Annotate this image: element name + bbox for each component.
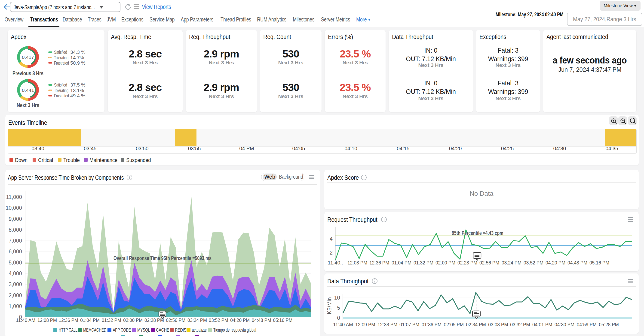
svg-text:7,000: 7,000 <box>8 238 22 244</box>
svg-text:02:00 PM: 02:00 PM <box>123 317 142 323</box>
svg-text:03:52 PM: 03:52 PM <box>209 317 228 323</box>
svg-text:10,000: 10,000 <box>6 205 22 211</box>
svg-text:5: 5 <box>337 305 340 311</box>
svg-text:02:05 PM: 02:05 PM <box>444 322 464 328</box>
svg-text:11,000: 11,000 <box>6 194 22 200</box>
svg-text:Satisfied: Satisfied <box>54 49 67 55</box>
svg-text:04:20 PM: 04:20 PM <box>546 260 566 266</box>
svg-text:12:08 PM: 12:08 PM <box>348 260 367 266</box>
svg-text:04:30 PM: 04:30 PM <box>554 322 574 328</box>
svg-text:12:08 PM: 12:08 PM <box>38 317 57 323</box>
svg-text:12:38 PM: 12:38 PM <box>378 322 397 328</box>
svg-text:0: 0 <box>337 315 340 321</box>
svg-text:03:03 PM: 03:03 PM <box>488 322 508 328</box>
svg-text:02:34 PM: 02:34 PM <box>466 322 486 328</box>
svg-text:05:16 PM: 05:16 PM <box>590 260 609 266</box>
svg-text:Satisfied: Satisfied <box>54 82 67 87</box>
svg-text:05:28 PM: 05:28 PM <box>599 322 619 328</box>
svg-text:Next 3 Hrs: Next 3 Hrs <box>17 102 39 108</box>
svg-text:03:24 PM: 03:24 PM <box>502 260 522 266</box>
svg-text:37.5 %: 37.5 % <box>70 82 85 87</box>
svg-text:04:59 PM: 04:59 PM <box>577 322 596 328</box>
svg-text:11:40 AM: 11:40 AM <box>16 317 35 323</box>
svg-text:04:01 PM: 04:01 PM <box>532 322 552 328</box>
svg-text:02:28 PM: 02:28 PM <box>458 260 477 266</box>
svg-text:Overall Response Time 95th Per: Overall Response Time 95th Percentile =5… <box>114 255 212 261</box>
svg-text:Tiempo de respuesta global: Tiempo de respuesta global <box>213 327 256 333</box>
svg-text:HTTP CALL: HTTP CALL <box>59 327 78 333</box>
svg-text:9,000: 9,000 <box>8 216 22 222</box>
svg-text:6,000: 6,000 <box>8 249 22 255</box>
svg-text:01:32 PM: 01:32 PM <box>414 260 434 266</box>
svg-text:MYSQL: MYSQL <box>137 327 150 333</box>
svg-text:05:16 PM: 05:16 PM <box>273 317 292 323</box>
svg-text:12:36 PM: 12:36 PM <box>370 260 389 266</box>
svg-text:03:24 PM: 03:24 PM <box>188 317 207 323</box>
svg-text:95th Percentile =4.43 cpm: 95th Percentile =4.43 cpm <box>452 230 504 236</box>
svg-text:02:00 PM: 02:00 PM <box>436 260 456 266</box>
svg-text:3,000: 3,000 <box>8 281 22 287</box>
svg-text:0.441: 0.441 <box>22 87 34 93</box>
svg-text:03:52 PM: 03:52 PM <box>524 260 544 266</box>
svg-text:8,000: 8,000 <box>8 227 22 233</box>
svg-text:01:04 PM: 01:04 PM <box>392 260 412 266</box>
svg-text:Frustrated: Frustrated <box>54 93 69 98</box>
svg-text:Tolerating: Tolerating <box>54 88 68 93</box>
svg-text:Tolerating: Tolerating <box>54 55 68 60</box>
svg-text:01:04 PM: 01:04 PM <box>80 317 100 323</box>
svg-text:REDIS: REDIS <box>175 327 186 333</box>
svg-text:34.3 %: 34.3 % <box>70 49 85 55</box>
svg-text:04:48 PM: 04:48 PM <box>568 260 587 266</box>
svg-text:4,000: 4,000 <box>8 270 22 276</box>
svg-text:4: 4 <box>330 236 333 242</box>
svg-text:01:36 PM: 01:36 PM <box>422 322 442 328</box>
svg-text:02:56 PM: 02:56 PM <box>480 260 499 266</box>
svg-text:0.417: 0.417 <box>22 54 34 60</box>
svg-text:49.4 %: 49.4 % <box>70 93 85 98</box>
svg-text:Previous 3 Hrs: Previous 3 Hrs <box>12 70 44 76</box>
svg-text:12:09 PM: 12:09 PM <box>355 322 375 328</box>
svg-text:13.1%: 13.1% <box>70 88 84 93</box>
svg-text:2,000: 2,000 <box>8 292 22 298</box>
svg-text:APP CODE: APP CODE <box>113 327 131 333</box>
svg-text:Frustrated: Frustrated <box>54 60 69 66</box>
svg-text:14.7%: 14.7% <box>70 55 84 60</box>
svg-text:1,000: 1,000 <box>8 303 22 309</box>
svg-text:02:56 PM: 02:56 PM <box>166 317 186 323</box>
svg-text:KB/Min: KB/Min <box>326 297 332 314</box>
svg-text:10: 10 <box>334 295 340 301</box>
svg-text:50.9 %: 50.9 % <box>70 60 85 66</box>
svg-text:11:40..: 11:40.. <box>328 260 343 266</box>
svg-text:01:07 PM: 01:07 PM <box>400 322 419 328</box>
svg-text:actualizar: actualizar <box>192 327 207 333</box>
svg-text:01:32 PM: 01:32 PM <box>102 317 121 323</box>
svg-text:02:28 PM: 02:28 PM <box>144 317 164 323</box>
svg-text:MEMCACHED: MEMCACHED <box>83 327 106 333</box>
svg-text:12:36 PM: 12:36 PM <box>59 317 78 323</box>
svg-text:04:20 PM: 04:20 PM <box>230 317 250 323</box>
svg-text:CACHE: CACHE <box>156 327 169 333</box>
svg-text:11:40 AM: 11:40 AM <box>333 322 353 328</box>
svg-text:03:32 PM: 03:32 PM <box>510 322 530 328</box>
svg-text:5,000: 5,000 <box>8 260 22 266</box>
svg-text:2: 2 <box>330 250 333 256</box>
svg-text:04:48 PM: 04:48 PM <box>252 317 271 323</box>
